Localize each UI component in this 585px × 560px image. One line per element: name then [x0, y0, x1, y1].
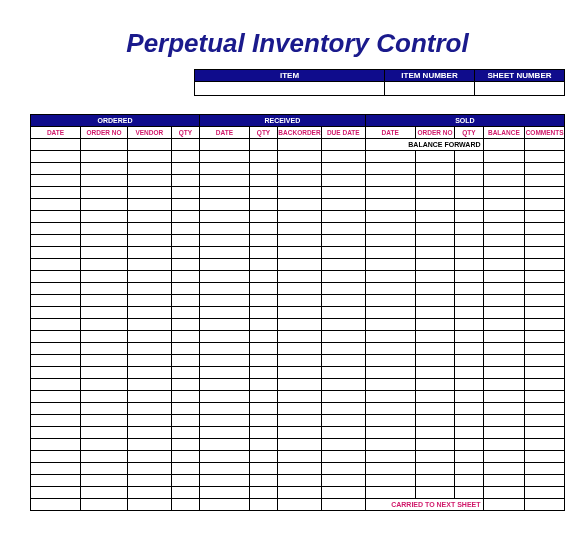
cell[interactable] — [31, 439, 81, 451]
cell[interactable] — [321, 283, 365, 295]
cell[interactable] — [365, 283, 415, 295]
cell[interactable] — [199, 391, 249, 403]
cell[interactable] — [127, 319, 171, 331]
cell[interactable] — [171, 223, 199, 235]
cell[interactable] — [525, 331, 565, 343]
cell[interactable] — [415, 187, 455, 199]
cell[interactable] — [483, 379, 525, 391]
cell[interactable] — [31, 367, 81, 379]
cell[interactable] — [365, 379, 415, 391]
cell[interactable] — [321, 391, 365, 403]
cell[interactable] — [525, 367, 565, 379]
cell[interactable] — [278, 379, 322, 391]
cell[interactable] — [171, 355, 199, 367]
cell[interactable] — [31, 283, 81, 295]
cell[interactable] — [455, 175, 483, 187]
cell[interactable] — [321, 271, 365, 283]
cell[interactable] — [365, 367, 415, 379]
cell[interactable] — [365, 415, 415, 427]
cell[interactable] — [455, 355, 483, 367]
cell[interactable] — [365, 451, 415, 463]
cell[interactable] — [199, 271, 249, 283]
cell[interactable] — [249, 223, 277, 235]
cell[interactable] — [31, 415, 81, 427]
cell[interactable] — [278, 427, 322, 439]
cell[interactable] — [525, 307, 565, 319]
cell[interactable] — [365, 259, 415, 271]
cell[interactable] — [81, 199, 128, 211]
cell[interactable] — [321, 295, 365, 307]
cell[interactable] — [278, 403, 322, 415]
cell[interactable] — [127, 451, 171, 463]
cell[interactable] — [199, 319, 249, 331]
cell[interactable] — [127, 223, 171, 235]
cell[interactable] — [199, 343, 249, 355]
cell[interactable] — [455, 451, 483, 463]
cell[interactable] — [81, 175, 128, 187]
cell[interactable] — [415, 235, 455, 247]
cell[interactable] — [31, 199, 81, 211]
cell[interactable] — [321, 415, 365, 427]
cell[interactable] — [365, 151, 415, 163]
cell[interactable] — [365, 163, 415, 175]
cell[interactable] — [171, 403, 199, 415]
cell[interactable] — [199, 163, 249, 175]
cell[interactable] — [455, 163, 483, 175]
cell[interactable] — [199, 151, 249, 163]
cell[interactable] — [199, 427, 249, 439]
cell[interactable] — [365, 355, 415, 367]
cell[interactable] — [455, 463, 483, 475]
cell[interactable] — [31, 499, 81, 511]
cell[interactable] — [81, 271, 128, 283]
cell[interactable] — [525, 259, 565, 271]
cell[interactable] — [415, 331, 455, 343]
cell[interactable] — [483, 343, 525, 355]
cell[interactable] — [278, 343, 322, 355]
cell[interactable] — [455, 223, 483, 235]
cell[interactable] — [127, 139, 171, 151]
cell[interactable] — [171, 199, 199, 211]
cell[interactable] — [278, 223, 322, 235]
cell[interactable] — [278, 295, 322, 307]
cell[interactable] — [525, 439, 565, 451]
cell[interactable] — [278, 487, 322, 499]
cell[interactable] — [249, 463, 277, 475]
cell[interactable] — [249, 499, 277, 511]
cell[interactable] — [525, 319, 565, 331]
cell[interactable] — [483, 187, 525, 199]
cell[interactable] — [365, 307, 415, 319]
cell[interactable] — [199, 283, 249, 295]
cell[interactable] — [278, 331, 322, 343]
cell[interactable] — [31, 223, 81, 235]
cell[interactable] — [455, 367, 483, 379]
cell[interactable] — [31, 163, 81, 175]
cell[interactable] — [199, 367, 249, 379]
cell[interactable] — [278, 151, 322, 163]
cell[interactable] — [455, 379, 483, 391]
cell[interactable] — [321, 163, 365, 175]
cell[interactable] — [321, 247, 365, 259]
cell[interactable] — [525, 247, 565, 259]
cell[interactable] — [199, 307, 249, 319]
cell[interactable] — [365, 403, 415, 415]
cell[interactable] — [249, 247, 277, 259]
cell[interactable] — [171, 247, 199, 259]
cell[interactable] — [199, 259, 249, 271]
cell[interactable] — [171, 295, 199, 307]
cell[interactable] — [81, 379, 128, 391]
cell[interactable] — [249, 235, 277, 247]
cell[interactable] — [278, 199, 322, 211]
cell[interactable] — [278, 283, 322, 295]
cell[interactable] — [127, 295, 171, 307]
cell[interactable] — [127, 463, 171, 475]
cell[interactable] — [525, 175, 565, 187]
cell[interactable] — [525, 427, 565, 439]
cell[interactable] — [171, 187, 199, 199]
cell[interactable] — [31, 331, 81, 343]
cell[interactable] — [171, 259, 199, 271]
cell[interactable] — [199, 223, 249, 235]
cell[interactable] — [525, 391, 565, 403]
cell[interactable] — [199, 475, 249, 487]
cell[interactable] — [415, 223, 455, 235]
cell[interactable] — [525, 211, 565, 223]
